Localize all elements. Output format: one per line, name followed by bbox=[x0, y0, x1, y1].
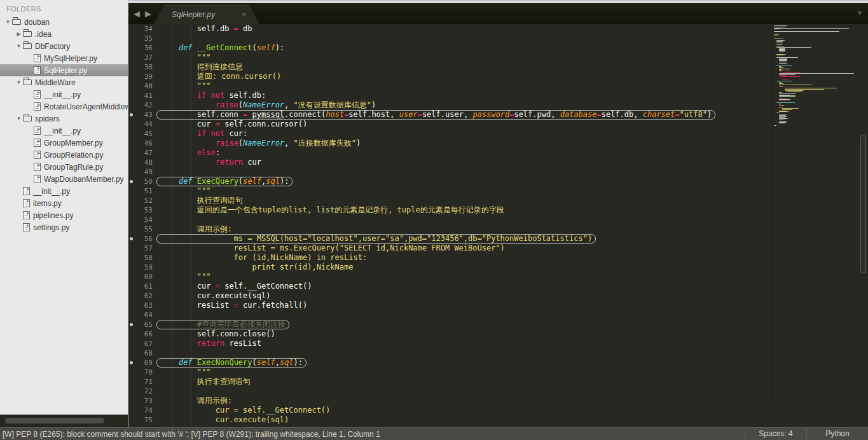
tree-item-mysqlhelper-py[interactable]: MySqlHelper.py bbox=[0, 52, 128, 64]
collapse-triangle-icon[interactable]: ▼ bbox=[15, 79, 23, 85]
code-line-51[interactable]: 51 """ bbox=[128, 186, 771, 196]
tab-overflow-icon[interactable]: ▼ bbox=[857, 10, 863, 17]
tree-item-grouprelation-py[interactable]: GroupRelation.py bbox=[0, 149, 128, 161]
code-line-61[interactable]: 61 cur = self.__GetConnect() bbox=[128, 282, 771, 291]
tab-scroll-right-icon[interactable]: ▶ bbox=[145, 9, 151, 18]
code-line-57[interactable]: 57 resList = ms.ExecQuery("SELECT id,Nic… bbox=[128, 244, 771, 253]
code-line-66[interactable]: 66 self.conn.close() bbox=[128, 329, 771, 339]
editor-vscrollbar-thumb[interactable] bbox=[860, 135, 866, 273]
gutter-dot-slot bbox=[128, 339, 136, 348]
code-line-50[interactable]: 50 def ExecQuery(self,sql): bbox=[128, 177, 771, 186]
tab-sqlhepler[interactable]: SqlHepler.py × bbox=[154, 5, 259, 24]
lint-mark-icon bbox=[128, 177, 136, 186]
code-line-52[interactable]: 52 执行查询语句 bbox=[128, 196, 771, 205]
code-line-39[interactable]: 39 返回: conn.cursor() bbox=[128, 72, 771, 81]
tree-item--init-py[interactable]: __init__.py bbox=[0, 88, 128, 100]
line-number: 58 bbox=[136, 253, 153, 263]
code-line-35[interactable]: 35 bbox=[128, 34, 771, 43]
expand-triangle-icon[interactable]: ▶ bbox=[15, 31, 23, 37]
code-line-74[interactable]: 74 cur = self.__GetConnect() bbox=[128, 406, 771, 415]
code-line-69[interactable]: 69 def ExecNonQuery(self,sql): bbox=[128, 358, 771, 368]
code-line-49[interactable]: 49 bbox=[128, 167, 771, 177]
minimap-row bbox=[779, 111, 789, 112]
line-number: 45 bbox=[136, 129, 153, 139]
tree-item-settings-py[interactable]: settings.py bbox=[0, 221, 128, 233]
tab-close-icon[interactable]: × bbox=[242, 10, 247, 19]
code-line-54[interactable]: 54 bbox=[128, 215, 771, 224]
minimap-row bbox=[779, 99, 790, 100]
code-line-41[interactable]: 41 if not self.db: bbox=[128, 91, 771, 100]
code-line-48[interactable]: 48 return cur bbox=[128, 158, 771, 167]
collapse-triangle-icon[interactable]: ▼ bbox=[15, 116, 23, 121]
tree-item-pipelines-py[interactable]: pipelines.py bbox=[0, 209, 128, 221]
collapse-triangle-icon[interactable]: ▼ bbox=[15, 43, 23, 49]
code-line-40[interactable]: 40 """ bbox=[128, 81, 771, 91]
code-line-65[interactable]: 65 #查询完毕后必须关闭连接 bbox=[128, 320, 771, 329]
sidebar-hscrollbar-thumb[interactable] bbox=[5, 418, 104, 423]
lint-outline-box: ms = MSSQL(host="localhost",user="sa",pw… bbox=[156, 234, 596, 244]
file-icon bbox=[23, 199, 30, 207]
code-text: cur = self.__GetConnect() bbox=[153, 406, 330, 415]
code-line-44[interactable]: 44 cur = self.conn.cursor() bbox=[128, 120, 771, 129]
tree-item--init-py[interactable]: __init__.py bbox=[0, 185, 128, 197]
code-text bbox=[153, 310, 160, 320]
code-text: 调用示例: bbox=[153, 224, 232, 234]
code-line-67[interactable]: 67 return resList bbox=[128, 339, 771, 348]
tree-item--init-py[interactable]: __init__.py bbox=[0, 125, 128, 137]
tree-item-items-py[interactable]: items.py bbox=[0, 197, 128, 209]
gutter-dot-slot bbox=[128, 205, 136, 215]
code-text: 执行非查询语句 bbox=[153, 377, 251, 387]
code-line-60[interactable]: 60 """ bbox=[128, 272, 771, 282]
collapse-triangle-icon[interactable]: ▼ bbox=[4, 19, 12, 25]
code-text: resList = ms.ExecQuery("SELECT id,NickNa… bbox=[153, 244, 505, 253]
tree-item-grouptagrule-py[interactable]: GroupTagRule.py bbox=[0, 161, 128, 173]
code-line-59[interactable]: 59 print str(id),NickName bbox=[128, 263, 771, 272]
editor-pane: ◀ ▶ SqlHepler.py × ▼ 34 self.db = db3536… bbox=[128, 0, 868, 427]
tree-item-sqlhepler-py[interactable]: SqlHepler.py bbox=[0, 64, 128, 76]
code-line-34[interactable]: 34 self.db = db bbox=[128, 24, 771, 34]
code-line-64[interactable]: 64 bbox=[128, 310, 771, 320]
code-line-68[interactable]: 68 bbox=[128, 348, 771, 358]
line-number: 44 bbox=[136, 120, 153, 129]
code-line-71[interactable]: 71 执行非查询语句 bbox=[128, 377, 771, 387]
tree-item-groupmember-py[interactable]: GroupMember.py bbox=[0, 137, 128, 149]
code-line-55[interactable]: 55 调用示例: bbox=[128, 224, 771, 234]
tree-item-spiders[interactable]: ▼spiders bbox=[0, 113, 128, 125]
indent-setting[interactable]: Spaces: 4 bbox=[745, 428, 806, 440]
minimap[interactable] bbox=[771, 25, 857, 401]
syntax-setting[interactable]: Python bbox=[806, 428, 868, 440]
tree-item--idea[interactable]: ▶.idea bbox=[0, 28, 128, 40]
code-line-56[interactable]: 56 ms = MSSQL(host="localhost",user="sa"… bbox=[128, 234, 771, 244]
tree-item-wapdoubanmember-py[interactable]: WapDoubanMember.py bbox=[0, 173, 128, 185]
code-line-75[interactable]: 75 cur.execute(sql) bbox=[128, 415, 771, 425]
code-line-58[interactable]: 58 for (id,NickName) in resList: bbox=[128, 253, 771, 263]
code-line-73[interactable]: 73 调用示例: bbox=[128, 396, 771, 406]
code-line-47[interactable]: 47 else: bbox=[128, 148, 771, 158]
tree-item-dbfactory[interactable]: ▼DbFactory bbox=[0, 40, 128, 52]
code-line-42[interactable]: 42 raise(NameError, "没有设置数据库信息") bbox=[128, 100, 771, 110]
gutter-dot-slot bbox=[128, 253, 136, 263]
code-line-37[interactable]: 37 """ bbox=[128, 53, 771, 62]
tree-item-middleware[interactable]: ▼MiddleWare bbox=[0, 76, 128, 88]
minimap-row bbox=[776, 43, 782, 43]
gutter: 51 bbox=[128, 186, 153, 196]
tree-item-douban[interactable]: ▼douban bbox=[0, 16, 128, 28]
code-line-46[interactable]: 46 raise(NameError, "连接数据库失败") bbox=[128, 139, 771, 148]
line-number: 53 bbox=[136, 205, 153, 215]
code-editor[interactable]: 34 self.db = db3536 def __GetConnect(sel… bbox=[128, 24, 771, 427]
code-line-43[interactable]: 43 self.conn = pymssql.connect(host=self… bbox=[128, 110, 771, 120]
code-line-62[interactable]: 62 cur.execute(sql) bbox=[128, 291, 771, 301]
code-line-36[interactable]: 36 def __GetConnect(self): bbox=[128, 43, 771, 53]
code-line-38[interactable]: 38 得到连接信息 bbox=[128, 62, 771, 72]
gutter: 66 bbox=[128, 329, 153, 339]
gutter: 46 bbox=[128, 139, 153, 148]
gutter-dot-slot bbox=[128, 139, 136, 148]
code-line-72[interactable]: 72 bbox=[128, 387, 771, 396]
code-line-45[interactable]: 45 if not cur: bbox=[128, 129, 771, 139]
code-line-53[interactable]: 53 返回的是一个包含tuple的list, list的元素是记录行, tupl… bbox=[128, 205, 771, 215]
tree-item-rotateuseragentmiddlew[interactable]: RotateUserAgentMiddlew bbox=[0, 100, 128, 113]
tab-scroll-left-icon[interactable]: ◀ bbox=[134, 9, 140, 18]
line-number: 35 bbox=[136, 34, 153, 43]
code-line-63[interactable]: 63 resList = cur.fetchall() bbox=[128, 301, 771, 310]
code-line-70[interactable]: 70 """ bbox=[128, 368, 771, 377]
